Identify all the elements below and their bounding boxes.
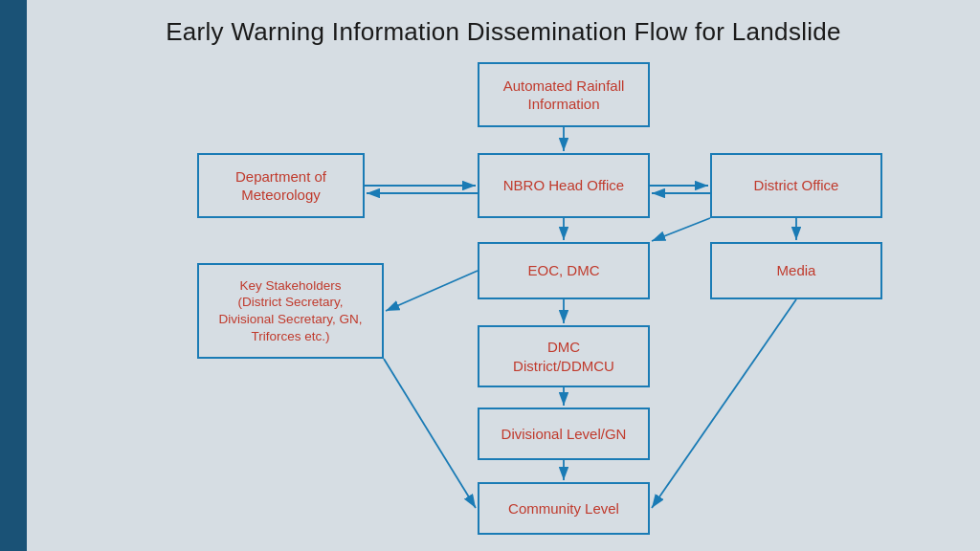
main-content: Early Warning Information Dissemination … <box>27 0 980 551</box>
left-accent-bar <box>0 0 27 551</box>
community-level-box: Community Level <box>478 482 650 535</box>
svg-line-10 <box>652 218 710 241</box>
page-title: Early Warning Information Dissemination … <box>27 0 980 47</box>
district-office-box: District Office <box>710 153 882 218</box>
svg-line-15 <box>652 299 796 508</box>
svg-line-16 <box>384 359 476 508</box>
dmc-district-box: DMC District/DDMCU <box>478 325 650 387</box>
svg-line-9 <box>386 271 478 311</box>
nbro-head-office-box: NBRO Head Office <box>478 153 650 218</box>
eoc-dmc-box: EOC, DMC <box>478 242 650 299</box>
department-meteorology-box: Department of Meteorology <box>197 153 365 218</box>
media-box: Media <box>710 242 882 299</box>
divisional-level-box: Divisional Level/GN <box>478 408 650 460</box>
key-stakeholders-box: Key Stakeholders (District Secretary, Di… <box>197 263 384 359</box>
automated-rainfall-box: Automated Rainfall Information <box>478 62 650 127</box>
